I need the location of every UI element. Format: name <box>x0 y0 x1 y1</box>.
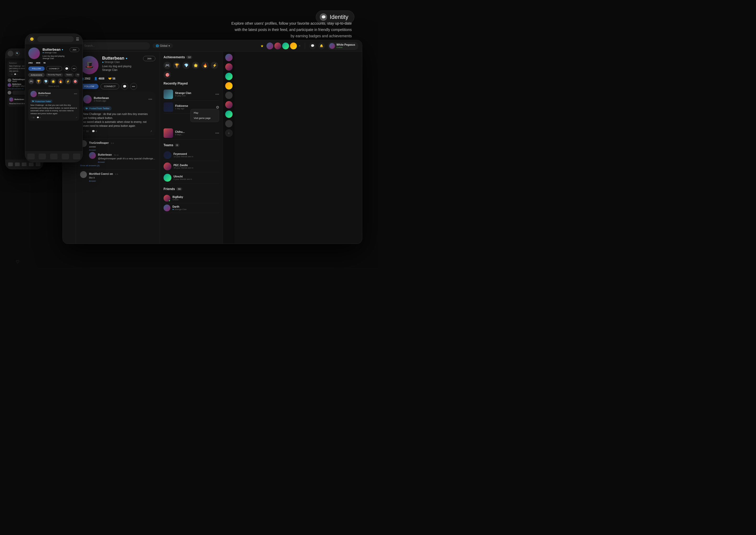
dt-share-action[interactable]: ↗ <box>150 130 152 132</box>
chat-icon[interactable]: 💬 <box>309 42 316 49</box>
nav-cards[interactable] <box>22 162 26 166</box>
dt-followers: 2562 <box>85 77 90 80</box>
friend-item-1: BigBaby Online <box>163 193 219 203</box>
dt-ach-6: ⚡ <box>211 62 218 69</box>
following-avatar-3[interactable] <box>282 42 289 49</box>
share-action[interactable]: ↗ <box>76 117 77 119</box>
tab-recently-played[interactable]: Recently Played <box>46 73 63 77</box>
pc-show-all[interactable]: Show all (12) <box>28 85 79 87</box>
tab-friends[interactable]: Friends <box>75 73 79 77</box>
friends-label: Friends <box>163 187 175 191</box>
tab-teams[interactable]: Teams <box>64 73 74 77</box>
pc-stats: 2562 4608 56 <box>28 62 79 64</box>
pc-search-bar[interactable] <box>37 36 74 42</box>
dt-ach-2: 🏆 <box>173 62 180 69</box>
tab-achievements[interactable]: Achievements <box>28 73 44 77</box>
pc-post-actions: ♡ 32 💬 4 ↗ <box>30 117 77 119</box>
dt-more-button[interactable]: ••• <box>130 83 137 90</box>
pc-bio: Love my dog and playing Strange Clan <box>42 55 67 60</box>
strip-avatar-2[interactable] <box>225 63 233 70</box>
dt-reply-2-name: Mortified Coerci on <box>89 173 113 175</box>
team-name-2: PEC Zwolle <box>174 164 193 167</box>
following-avatar-1[interactable] <box>266 42 273 49</box>
friend-avatar-2 <box>163 205 170 211</box>
dt-user-pill[interactable]: White Pegasus Online <box>327 42 358 50</box>
dt-profile-name: Butterbean ● <box>102 56 139 61</box>
context-play[interactable]: Play <box>191 110 219 116</box>
nav-list[interactable] <box>15 162 20 166</box>
pc-more-button[interactable]: ••• <box>71 66 77 71</box>
dt-sub-reply-action[interactable]: Answer <box>98 161 155 163</box>
strip-avatar-6[interactable] <box>225 101 233 108</box>
dt-search-bar[interactable]: 🔍 Search... <box>76 42 150 50</box>
dt-follow-button[interactable]: FOLLOW <box>80 84 98 89</box>
rp-action-2[interactable]: ⊙ <box>216 105 219 109</box>
reply1-text: awww <box>12 80 25 82</box>
team-item-3: Utrecht 6 your friends are in <box>163 172 219 183</box>
pc-nav-home[interactable] <box>27 154 35 159</box>
strip-add-button[interactable]: + <box>225 129 233 137</box>
dt-show-all-answers[interactable]: Show all answers (2) <box>80 164 155 167</box>
dt-global-pill[interactable]: 🌐 Global ▾ <box>153 43 173 48</box>
pc-chat-button[interactable]: 💬 <box>64 66 70 71</box>
dt-join-button[interactable]: Join <box>143 56 155 61</box>
pc-post-menu[interactable]: ••• <box>74 92 77 96</box>
team-info-1: Feyenoord 12 your friends are in <box>174 153 193 158</box>
following-avatar-2[interactable] <box>274 42 281 49</box>
dt-post-more-icon[interactable]: ••• <box>148 97 152 101</box>
achievements-count: 12 <box>186 56 192 59</box>
rp-time-3: 5 days... <box>175 133 213 136</box>
favorites-star-icon[interactable]: ★ <box>260 44 264 48</box>
pc-nav-chat[interactable] <box>62 154 69 159</box>
topbar-search-icon[interactable]: 🔍 <box>15 51 20 56</box>
dt-profile-clan: ● Strange Clan <box>102 61 139 64</box>
dt-main-post: Butterbean 2 hours ago ••• 🐦 Posted from… <box>80 92 155 136</box>
dt-chat-button[interactable]: 💬 <box>121 83 128 90</box>
dt-comment-action[interactable]: 💬 4 <box>92 130 97 132</box>
nav-profile[interactable] <box>36 162 41 166</box>
pc-username: Butterbean ● <box>42 47 67 51</box>
strip-avatar-3[interactable] <box>225 73 233 80</box>
pc-nav-cards[interactable] <box>50 154 58 159</box>
dt-clan-text: Strange Clan <box>104 61 120 64</box>
strip-avatar-7[interactable] <box>225 110 233 118</box>
following-close-icon[interactable]: ✕ <box>298 44 300 47</box>
achievements-title: Achievements 12 <box>163 55 219 59</box>
dt-stat-friends: 🤝 56 <box>108 77 116 80</box>
strip-avatar-1[interactable] <box>225 54 233 61</box>
dt-achievements-icons: 🎮 🏆 💎 🌟 🔥 ⚡ 🎯 <box>163 62 219 78</box>
pc-menu-icon[interactable]: ☰ <box>76 37 79 41</box>
nav-home[interactable] <box>8 162 13 166</box>
dt-connect-button[interactable]: CONNECT <box>100 83 119 89</box>
rp-action-3[interactable]: ••• <box>215 131 219 135</box>
ach-icon-1: 🎮 <box>28 78 34 84</box>
nav-chat[interactable] <box>29 162 34 166</box>
strip-avatar-5[interactable] <box>225 92 233 99</box>
pc-nav-friends[interactable] <box>73 154 80 159</box>
dt-reply-2-avatar <box>80 171 87 178</box>
following-avatar-4[interactable] <box>290 42 297 49</box>
pc-connect-button[interactable]: CONNECT <box>46 66 63 71</box>
rp-action-1[interactable]: ••• <box>215 92 219 96</box>
recently-played-title: Recently Played <box>163 82 219 85</box>
dt-reply-1-action[interactable]: Answer <box>89 149 155 151</box>
topbar-logo <box>8 51 14 56</box>
context-visit[interactable]: Visit game page <box>191 116 219 121</box>
pc-nav-feed[interactable] <box>39 154 46 159</box>
identity-label: Identity <box>330 14 348 20</box>
dt-main: 🎩 Butterbean ● ● Strange Clan Love my do… <box>76 52 362 243</box>
teams-label: Teams <box>163 143 173 147</box>
like-action[interactable]: ♡ 32 <box>30 117 35 119</box>
rp-name-1: Strange Clan <box>175 92 213 95</box>
dt-reply-2-action[interactable]: Answer <box>89 180 155 182</box>
dt-reply-2: Mortified Coerci on 1 h like it Answer <box>80 169 155 184</box>
pc-join-button[interactable]: Join <box>70 47 79 52</box>
dt-profile-area: 🎩 Butterbean ● ● Strange Clan Love my do… <box>76 52 160 243</box>
dt-like-action[interactable]: ♡ 32 <box>83 130 89 132</box>
friends-count: 56 <box>177 187 182 191</box>
notification-icon[interactable]: 🔔 <box>318 42 325 49</box>
pc-follow-button[interactable]: FOLLOW <box>28 67 44 71</box>
strip-avatar-8[interactable] <box>225 120 233 127</box>
strip-avatar-4[interactable] <box>225 82 233 90</box>
comment-action[interactable]: 💬 4 <box>37 117 41 119</box>
